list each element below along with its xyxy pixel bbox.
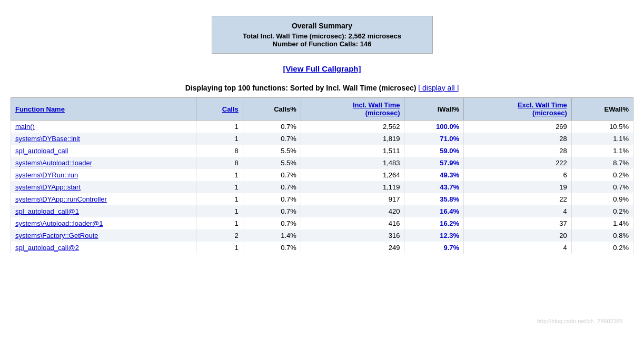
- cell-iwall-pct: 49.3%: [404, 169, 464, 181]
- cell-function-name: spl_autoload_call@2: [11, 242, 196, 254]
- cell-calls: 1: [196, 217, 243, 229]
- cell-function-name: main(): [11, 121, 196, 133]
- cell-excl-wall: 28: [464, 145, 572, 157]
- display-info-prefix: Displaying top 100 functions: Sorted by …: [185, 84, 417, 92]
- cell-calls-pct: 0.7%: [243, 193, 301, 205]
- summary-box: Overall Summary Total Incl. Wall Time (m…: [212, 16, 433, 54]
- cell-calls: 8: [196, 145, 243, 157]
- table-body: main()10.7%2,562100.0%26910.5%systems\DY…: [11, 121, 633, 254]
- display-all-link[interactable]: [ display all ]: [418, 84, 459, 92]
- cell-ewall-pct: 10.5%: [571, 121, 633, 133]
- table-row: systems\Autoload::loader@110.7%41616.2%3…: [11, 217, 633, 229]
- cell-excl-wall: 269: [464, 121, 572, 133]
- cell-function-name: systems\Autoload::loader: [11, 157, 196, 169]
- col-header-iwall-pct: IWall%: [404, 98, 464, 121]
- excl-wall-sort-link[interactable]: Excl. Wall Time(microsec): [518, 101, 567, 117]
- summary-function-calls-row: Number of Function Calls: 146: [221, 40, 424, 48]
- cell-ewall-pct: 0.2%: [571, 205, 633, 217]
- cell-incl-wall: 1,119: [301, 181, 404, 193]
- summary-calls-label: Number of Function Calls:: [273, 40, 359, 48]
- cell-calls: 1: [196, 205, 243, 217]
- table-row: spl_autoload_call@210.7%2499.7%40.2%: [11, 242, 633, 254]
- cell-iwall-pct: 71.0%: [404, 133, 464, 145]
- col-header-excl-wall[interactable]: Excl. Wall Time(microsec): [464, 98, 572, 121]
- cell-function-name: systems\DYApp::runController: [11, 193, 196, 205]
- summary-wall-time-value: 2,562 microsecs: [349, 32, 401, 40]
- cell-excl-wall: 6: [464, 169, 572, 181]
- cell-iwall-pct: 100.0%: [404, 121, 464, 133]
- cell-excl-wall: 22: [464, 193, 572, 205]
- cell-ewall-pct: 0.7%: [571, 181, 633, 193]
- cell-iwall-pct: 35.8%: [404, 193, 464, 205]
- cell-calls-pct: 0.7%: [243, 242, 301, 254]
- summary-title: Overall Summary: [221, 22, 424, 30]
- cell-iwall-pct: 43.7%: [404, 181, 464, 193]
- cell-ewall-pct: 1.1%: [571, 133, 633, 145]
- col-header-calls[interactable]: Calls: [196, 98, 243, 121]
- cell-function-name: systems\Autoload::loader@1: [11, 217, 196, 229]
- summary-calls-value: 146: [360, 40, 372, 48]
- table-row: spl_autoload_call85.5%1,51159.0%281.1%: [11, 145, 633, 157]
- cell-iwall-pct: 57.9%: [404, 157, 464, 169]
- cell-excl-wall: 37: [464, 217, 572, 229]
- table-row: systems\Autoload::loader85.5%1,48357.9%2…: [11, 157, 633, 169]
- cell-ewall-pct: 0.8%: [571, 229, 633, 242]
- incl-wall-sort-link[interactable]: Incl. Wall Time(microsec): [353, 101, 400, 117]
- cell-excl-wall: 28: [464, 133, 572, 145]
- cell-incl-wall: 1,483: [301, 157, 404, 169]
- cell-calls: 1: [196, 133, 243, 145]
- cell-function-name: systems\Factory::GetRoute: [11, 229, 196, 242]
- cell-calls-pct: 0.7%: [243, 217, 301, 229]
- function-name-link[interactable]: systems\DYApp::runController: [15, 195, 107, 203]
- summary-wall-time-label: Total Incl. Wall Time (microsec):: [243, 32, 346, 40]
- cell-incl-wall: 1,819: [301, 133, 404, 145]
- cell-calls: 1: [196, 181, 243, 193]
- table-row: systems\Factory::GetRoute21.4%31612.3%20…: [11, 229, 633, 242]
- cell-excl-wall: 20: [464, 229, 572, 242]
- cell-incl-wall: 2,562: [301, 121, 404, 133]
- table-row: systems\DYRun::run10.7%1,26449.3%60.2%: [11, 169, 633, 181]
- function-name-link[interactable]: systems\DYRun::run: [15, 171, 78, 179]
- cell-excl-wall: 4: [464, 242, 572, 254]
- function-name-link[interactable]: systems\Factory::GetRoute: [15, 232, 98, 239]
- function-name-link[interactable]: systems\Autoload::loader@1: [15, 219, 103, 227]
- cell-calls: 2: [196, 229, 243, 242]
- cell-ewall-pct: 1.1%: [571, 145, 633, 157]
- function-name-link[interactable]: systems\DYApp::start: [15, 183, 81, 191]
- function-name-link[interactable]: spl_autoload_call: [15, 147, 68, 155]
- cell-calls-pct: 0.7%: [243, 133, 301, 145]
- function-name-link[interactable]: systems\Autoload::loader: [15, 159, 92, 167]
- cell-function-name: systems\DYApp::start: [11, 181, 196, 193]
- col-header-function-name[interactable]: Function Name: [11, 98, 196, 121]
- function-name-sort-link[interactable]: Function Name: [15, 105, 65, 113]
- cell-function-name: spl_autoload_call: [11, 145, 196, 157]
- cell-excl-wall: 4: [464, 205, 572, 217]
- col-header-incl-wall[interactable]: Incl. Wall Time(microsec): [301, 98, 404, 121]
- function-name-link[interactable]: systems\DYBase::init: [15, 135, 80, 143]
- cell-excl-wall: 222: [464, 157, 572, 169]
- cell-calls-pct: 5.5%: [243, 145, 301, 157]
- cell-calls: 8: [196, 157, 243, 169]
- function-name-link[interactable]: main(): [15, 123, 35, 131]
- cell-incl-wall: 917: [301, 193, 404, 205]
- cell-calls-pct: 0.7%: [243, 205, 301, 217]
- calls-sort-link[interactable]: Calls: [222, 105, 239, 113]
- cell-calls-pct: 0.7%: [243, 181, 301, 193]
- col-header-ewall-pct: EWall%: [571, 98, 633, 121]
- cell-function-name: systems\DYRun::run: [11, 169, 196, 181]
- cell-iwall-pct: 59.0%: [404, 145, 464, 157]
- cell-calls-pct: 1.4%: [243, 229, 301, 242]
- cell-excl-wall: 19: [464, 181, 572, 193]
- cell-iwall-pct: 9.7%: [404, 242, 464, 254]
- callgraph-section: [View Full Callgraph]: [11, 64, 633, 73]
- cell-function-name: spl_autoload_call@1: [11, 205, 196, 217]
- cell-function-name: systems\DYBase::init: [11, 133, 196, 145]
- table-row: spl_autoload_call@110.7%42016.4%40.2%: [11, 205, 633, 217]
- cell-iwall-pct: 16.2%: [404, 217, 464, 229]
- table-row: systems\DYBase::init10.7%1,81971.0%281.1…: [11, 133, 633, 145]
- function-name-link[interactable]: spl_autoload_call@1: [15, 207, 79, 215]
- callgraph-link[interactable]: [View Full Callgraph]: [283, 64, 361, 73]
- cell-incl-wall: 420: [301, 205, 404, 217]
- table-row: systems\DYApp::start10.7%1,11943.7%190.7…: [11, 181, 633, 193]
- function-name-link[interactable]: spl_autoload_call@2: [15, 244, 79, 252]
